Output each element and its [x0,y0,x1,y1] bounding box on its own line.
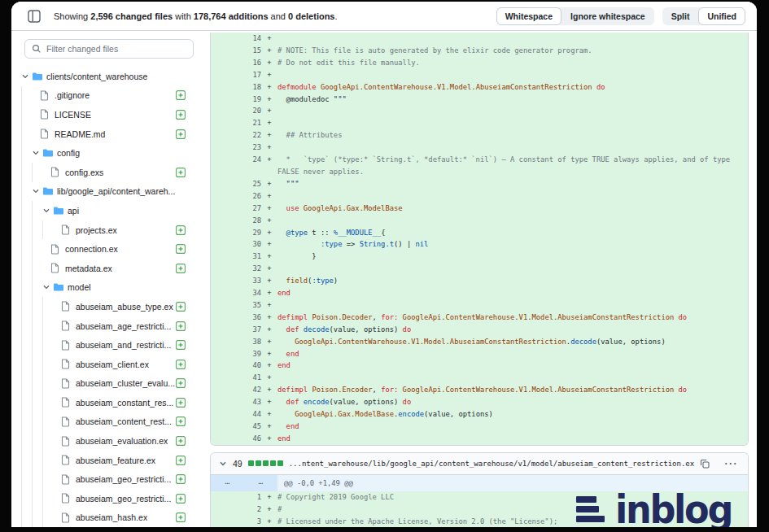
diff-sign: + [261,203,277,215]
diff-layout-toggle-group: Split Unified [662,7,745,25]
indent-guide [21,239,32,259]
file-added-icon [176,168,186,177]
indent-guide [42,393,53,412]
diff-sign: + [261,215,277,227]
tree-row-file[interactable]: abuseiam_client.ex [11,355,205,374]
indent-guide [21,374,32,394]
indent-guide [32,220,42,240]
collapse-file-button[interactable] [219,460,227,468]
indent-guide [21,431,32,451]
diff-sign: + [261,384,277,396]
file-icon [50,263,59,273]
file-added-icon [176,456,186,465]
tree-row-file[interactable]: abuseiam_hash.ex [11,508,205,527]
expand-hunk-button[interactable]: ⋯ [244,475,277,491]
copy-path-button[interactable] [700,459,710,469]
indent-guide [21,489,32,508]
code-text: end [277,433,748,445]
tree-item-label: abuseiam_content_rest... [76,416,172,426]
indent-guide [42,297,53,316]
collapse-file-tree-button[interactable] [26,8,42,24]
indent-guide [32,335,42,355]
code-text: # NOTE: This file is auto generated by t… [277,45,748,57]
tree-row-file[interactable]: abuseiam_evaluation.ex [11,431,205,451]
line-number: 37 [238,324,261,336]
tree-item-label: README.md [55,129,105,139]
tree-row-file[interactable]: metadata.ex [11,259,205,278]
code-text: FALSE never applies. [277,166,748,178]
tree-row-file[interactable]: LICENSE [11,105,205,124]
file-header: 49 ...ntent_warehouse/lib/google_api/con… [211,453,748,475]
line-number: 45 [238,421,261,433]
tree-row-file[interactable]: abuseiam_geo_restricti... [11,489,205,508]
indent-guide [32,489,42,508]
indent-guide [21,201,32,220]
file-options-kebab-button[interactable]: ··· [725,458,741,469]
code-text: end [277,348,748,360]
ignore-whitespace-button[interactable]: Ignore whitespace [561,7,654,25]
tree-row-folder[interactable]: config [11,143,205,163]
tree-row-file[interactable]: abuseiam_cluster_evalu... [11,374,205,394]
file-icon [61,378,70,389]
indent-guide [42,412,53,432]
tree-row-file[interactable]: abuseiam_feature.ex [11,451,205,470]
tree-row-file[interactable]: abuseiam_content_rest... [11,412,205,432]
tree-row-file[interactable]: .gitignore [11,86,205,106]
filter-changed-files-input[interactable] [46,44,186,54]
diff-line: 17+ [211,69,748,81]
tree-row-folder[interactable]: api [11,201,205,220]
file-filter-box [24,39,194,59]
line-number: 39 [238,348,261,360]
indent-guide [21,335,32,355]
file-added-icon [176,110,186,120]
tree-row-file[interactable]: connection.ex [11,239,205,259]
diff-sign: + [261,69,277,81]
tree-row-folder[interactable]: lib/google_api/content_wareh... [11,182,205,202]
file-additions-count: 49 [233,459,242,469]
indent-guide [21,297,32,316]
tree-row-folder[interactable]: clients/content_warehouse [11,67,205,86]
indent-guide [42,355,53,374]
file-added-icon [176,302,186,312]
indent-guide [42,220,53,240]
diffstat-added-block [277,460,283,466]
tree-row-folder[interactable]: model [11,278,205,298]
code-text: """ [277,178,748,190]
tree-row-file[interactable]: projects.ex [11,220,205,240]
indent-guide [32,278,42,298]
unified-view-button[interactable]: Unified [698,7,745,25]
tree-row-file[interactable]: abuseiam_constant_res... [11,393,205,412]
line-number: 36 [238,312,261,324]
indent-guide [32,374,42,394]
tree-row-file[interactable]: config.exs [11,163,205,182]
split-view-button[interactable]: Split [662,7,699,25]
tree-item-label: metadata.ex [65,264,112,273]
diffstat-blocks [248,460,283,466]
tree-row-file[interactable]: abuseiam_geo_restricti... [11,469,205,489]
diff-sign [261,166,277,178]
line-number: 16 [238,57,261,69]
diff-file-card-next: 49 ...ntent_warehouse/lib/google_api/con… [210,452,749,527]
diff-line: 45+ end [211,421,748,433]
file-added-icon [176,378,186,388]
indent-guide [21,220,32,240]
diff-sign: + [261,263,277,275]
indent-guide [21,86,32,106]
indent-guide [21,316,32,336]
tree-row-file[interactable]: abuseiam_abuse_type.ex [11,297,205,316]
indent-guide [21,259,32,278]
tree-row-file[interactable]: README.md [11,124,205,144]
tree-row-file[interactable]: abuseiam_age_restricti... [11,316,205,336]
file-added-indicator [176,456,186,465]
whitespace-button[interactable]: Whitespace [496,7,561,25]
code-text [277,105,748,117]
tree-item-label: connection.ex [65,244,118,254]
diff-line: 40+end [211,360,748,372]
tree-item-label: config [57,148,80,158]
folder-icon [42,186,54,196]
tree-row-file[interactable]: abuseiam_and_restricti... [11,335,205,355]
expand-hunk-button[interactable]: ⋯ [211,475,244,491]
tree-item-label: .gitignore [55,90,90,100]
tree-item-label: abuseiam_geo_restricti... [76,494,171,504]
line-number: 38 [238,336,261,348]
